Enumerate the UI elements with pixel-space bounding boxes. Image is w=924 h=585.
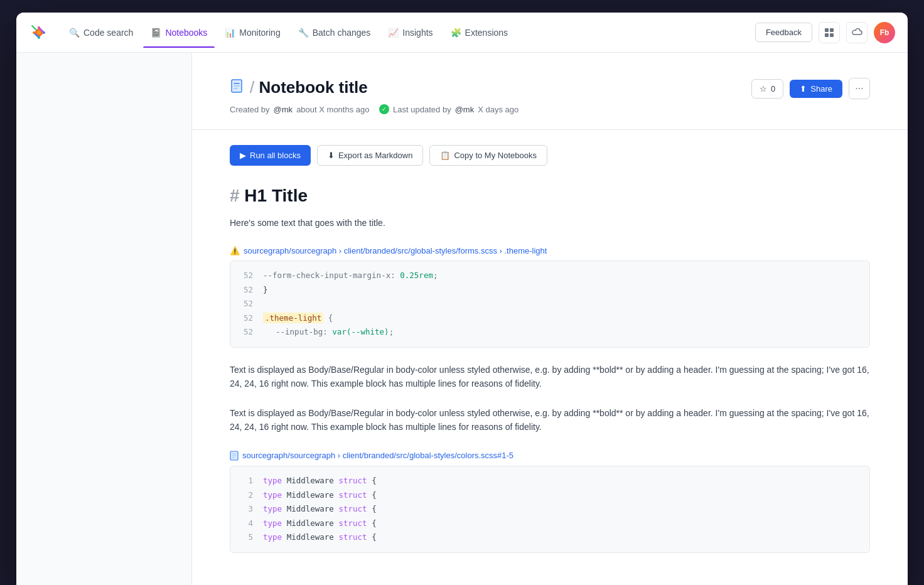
code-block-1: ⚠️ sourcegraph/sourcegraph › client/bran… [230,245,870,348]
display-options-button[interactable] [819,22,840,43]
updated-check-icon: ✓ [379,104,389,114]
svg-rect-9 [830,33,834,37]
code-line: 2 type Middleware struct { [240,488,859,503]
action-buttons: ▶ Run all blocks ⬇ Export as Markdown 📋 … [230,145,870,166]
browser-window: 🔍 Code search 📓 Notebooks 📊 Monitoring 🔧… [16,13,908,585]
more-options-button[interactable]: ··· [849,78,870,99]
extensions-icon: 🧩 [451,28,461,38]
code-line: 52 --form-check-input-margin-x: 0.25rem; [240,269,859,283]
code-source-link-1[interactable]: ⚠️ sourcegraph/sourcegraph › client/bran… [230,246,547,255]
copy-to-notebooks-button[interactable]: 📋 Copy to My Notebooks [429,145,547,166]
code-line: 1 type Middleware struct { [240,474,859,488]
svg-rect-7 [830,28,834,32]
code-block-content-1: 52 --form-check-input-margin-x: 0.25rem;… [230,260,870,348]
batch-icon: 🔧 [298,28,309,38]
notebook-title: / Notebook title [250,78,368,97]
top-nav: 🔍 Code search 📓 Notebooks 📊 Monitoring 🔧… [16,13,908,53]
svg-rect-8 [825,33,829,37]
notebook-actions-right: ☆ 0 ⬆ Share ··· [751,78,870,99]
export-markdown-button[interactable]: ⬇ Export as Markdown [317,145,424,166]
avatar[interactable]: Fb [874,22,895,43]
star-icon: ☆ [760,84,767,94]
code-line: 3 type Middleware struct { [240,502,859,517]
search-icon: 🔍 [69,28,80,38]
code-line: 52 --input-bg: var(--white); [240,325,859,340]
code-line: 4 type Middleware struct { [240,517,859,531]
svg-point-4 [33,31,35,34]
code-block-content-2: 1 type Middleware struct { 2 type Middle… [230,466,870,553]
code-block-2: sourcegraph/sourcegraph › client/branded… [230,449,870,552]
play-icon: ▶ [240,151,246,160]
nav-item-extensions[interactable]: 🧩 Extensions [443,23,515,43]
file-icon [230,450,239,461]
notebook-header: / Notebook title ☆ 0 ⬆ Share ··· [230,78,870,99]
code-line: 52 [240,297,859,311]
notebook-meta: Created by @mk about X months ago · ✓ La… [230,104,870,114]
svg-point-1 [37,31,41,35]
code-line: 5 type Middleware struct { [240,530,859,545]
nav-right: Feedback Fb [755,22,895,43]
paragraph-1: Here's some text that goes with the titl… [230,216,870,230]
main-content: / Notebook title ☆ 0 ⬆ Share ··· [16,53,908,585]
notebook-title-row: / Notebook title [230,78,368,97]
svg-point-3 [43,31,45,34]
paragraph-2: Text is displayed as Body/Base/Regular i… [230,363,870,391]
code-line: 52 .theme-light { [240,311,859,326]
nav-item-batch-changes[interactable]: 🔧 Batch changes [291,23,379,43]
nav-items: 🔍 Code search 📓 Notebooks 📊 Monitoring 🔧… [62,23,750,43]
paragraph-3: Text is displayed as Body/Base/Regular i… [230,406,870,434]
share-button[interactable]: ⬆ Share [790,80,842,98]
nav-item-monitoring[interactable]: 📊 Monitoring [217,23,287,43]
sourcegraph-logo[interactable] [29,23,49,43]
nav-item-notebooks[interactable]: 📓 Notebooks [143,23,215,43]
copy-icon: 📋 [440,151,450,160]
insights-icon: 📈 [388,28,399,38]
warning-icon: ⚠️ [230,246,240,255]
monitoring-icon: 📊 [225,28,235,38]
header-divider [192,129,908,130]
star-button[interactable]: ☆ 0 [751,79,783,99]
code-line: 52 } [240,283,859,298]
svg-rect-6 [825,28,829,32]
run-all-button[interactable]: ▶ Run all blocks [230,145,311,166]
nav-item-insights[interactable]: 📈 Insights [380,23,440,43]
sidebar [16,53,192,585]
notebooks-icon: 📓 [151,28,161,38]
svg-point-5 [38,36,40,39]
code-source-link-2[interactable]: sourcegraph/sourcegraph › client/branded… [230,450,513,461]
cloud-button[interactable] [846,22,868,43]
nav-item-code-search[interactable]: 🔍 Code search [62,23,141,43]
feedback-button[interactable]: Feedback [755,23,812,42]
share-icon: ⬆ [800,84,807,94]
h1-title: # H1 Title [230,186,870,206]
notebook-file-icon [230,79,244,96]
content-area: / Notebook title ☆ 0 ⬆ Share ··· [192,53,908,585]
download-icon: ⬇ [328,151,335,160]
svg-point-2 [38,26,40,29]
